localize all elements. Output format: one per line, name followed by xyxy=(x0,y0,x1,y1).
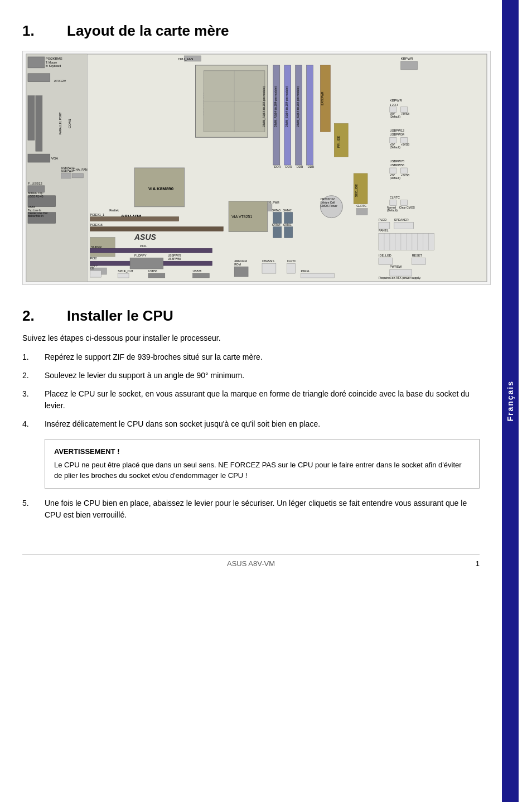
svg-text:Bottom:  Top:: Bottom: Top: xyxy=(28,192,43,195)
svg-text:PCIEX1_1: PCIEX1_1 xyxy=(90,213,104,216)
step2-number: 2. xyxy=(22,370,45,381)
step3-number: 3. xyxy=(22,388,45,412)
svg-rect-152 xyxy=(301,273,335,278)
svg-rect-156 xyxy=(118,273,129,278)
step4-text: Insérez délicatement le CPU dans son soc… xyxy=(45,418,480,430)
section2-title: Installer le CPU xyxy=(67,307,173,325)
svg-rect-120 xyxy=(379,223,390,229)
step-1: 1. Repérez le support ZIF de 939-broches… xyxy=(22,351,480,363)
svg-text:ASUS: ASUS xyxy=(134,233,156,241)
svg-rect-158 xyxy=(130,258,163,269)
svg-rect-160 xyxy=(90,270,101,277)
svg-rect-146 xyxy=(287,263,296,273)
svg-text:ROM: ROM xyxy=(234,263,241,266)
svg-text:SATA3: SATA3 xyxy=(272,209,280,212)
svg-text:PANEL: PANEL xyxy=(379,229,389,232)
svg-text:Realtek: Realtek xyxy=(109,209,119,212)
svg-rect-95 xyxy=(401,107,408,113)
step-5: 5. Une fois le CPU bien en place, abaiss… xyxy=(22,497,480,521)
svg-text:1  2      2  3: 1 2 2 3 xyxy=(390,104,398,107)
svg-text:COM1: COM1 xyxy=(68,118,71,128)
svg-rect-78 xyxy=(284,212,293,224)
svg-rect-122 xyxy=(394,223,414,229)
svg-text:USBPW56: USBPW56 xyxy=(390,163,404,167)
svg-text:SATA2: SATA2 xyxy=(283,209,292,212)
section2-header: 2. Installer le CPU xyxy=(22,307,480,325)
svg-text:USB4: USB4 xyxy=(28,206,35,209)
steps-list: 1. Repérez le support ZIF de 939-broches… xyxy=(22,351,480,430)
svg-rect-47 xyxy=(307,65,313,165)
svg-rect-142 xyxy=(234,267,248,277)
svg-rect-32 xyxy=(401,61,418,70)
svg-rect-76 xyxy=(273,212,282,224)
svg-text:B: Keyboard: B: Keyboard xyxy=(46,65,61,67)
svg-rect-80 xyxy=(273,226,282,238)
svg-text:FLOPPY: FLOPPY xyxy=(134,254,147,257)
svg-rect-9 xyxy=(28,96,35,141)
side-tab: Français xyxy=(502,0,519,802)
section1-number: 1. xyxy=(22,22,45,40)
step1-text: Repérez le support ZIF de 939-broches si… xyxy=(45,351,480,363)
svg-text:CLRTC: CLRTC xyxy=(287,260,297,263)
svg-text:CD: CD xyxy=(90,267,94,270)
svg-text:SPDIF_OUT: SPDIF_OUT xyxy=(118,270,133,273)
svg-rect-137 xyxy=(412,258,426,264)
svg-text:CLRTC: CLRTC xyxy=(356,204,366,207)
svg-text:USB3   RJ-45: USB3 RJ-45 xyxy=(28,195,43,198)
motherboard-diagram: PS/2KBMS T: Mouse B: Keyboard ATX12V COM… xyxy=(22,51,491,285)
svg-rect-101 xyxy=(390,137,396,143)
svg-text:VIA K8M890: VIA K8M890 xyxy=(148,186,174,191)
svg-text:DIMM_B2(64 bit,184-pin module): DIMM_B2(64 bit,184-pin module) xyxy=(297,86,299,128)
svg-text:4Mb Flash: 4Mb Flash xyxy=(234,260,247,263)
step-2: 2. Soulevez le levier du support à un an… xyxy=(22,370,480,381)
svg-rect-109 xyxy=(401,168,408,173)
svg-rect-28 xyxy=(61,173,71,178)
sidebar-label: Français xyxy=(506,380,515,422)
step3-text: Placez le CPU sur le socket, en vous ass… xyxy=(45,388,480,412)
svg-rect-115 xyxy=(401,200,408,206)
svg-text:SATA1: SATA1 xyxy=(283,224,292,226)
svg-rect-150 xyxy=(193,273,210,278)
svg-text:(Default): (Default) xyxy=(387,209,398,212)
step1-number: 1. xyxy=(22,351,45,363)
svg-rect-12 xyxy=(28,154,50,162)
svg-text:USBPW56: USBPW56 xyxy=(168,258,181,260)
step-3: 3. Placez le CPU sur le socket, en vous … xyxy=(22,388,480,412)
svg-text:PCI2: PCI2 xyxy=(90,257,96,260)
svg-text:PLED: PLED xyxy=(379,218,386,221)
svg-text:KBPWR: KBPWR xyxy=(401,57,414,60)
svg-text:PS/2KBMS: PS/2KBMS xyxy=(46,57,62,60)
svg-text:IDE_LED: IDE_LED xyxy=(379,254,391,257)
svg-text:PWRSW: PWRSW xyxy=(390,265,402,268)
svg-rect-72 xyxy=(90,248,212,253)
steps-list-2: 5. Une fois le CPU bien en place, abaiss… xyxy=(22,497,480,521)
svg-text:RESET: RESET xyxy=(412,254,423,257)
svg-text:Requires an ATX power supply.: Requires an ATX power supply. xyxy=(379,276,421,279)
step-4: 4. Insérez délicatement le CPU dans son … xyxy=(22,418,480,430)
step4-number: 4. xyxy=(22,418,45,430)
section1-title: Layout de la carte mère xyxy=(67,22,229,40)
svg-text:CHASSIS: CHASSIS xyxy=(262,260,274,263)
svg-text:(Default): (Default) xyxy=(390,177,400,180)
svg-rect-7 xyxy=(28,74,50,82)
svg-text:CPU_FAN: CPU_FAN xyxy=(178,57,194,61)
footer-page: 1 xyxy=(476,559,480,568)
svg-rect-25 xyxy=(72,173,84,178)
svg-rect-94 xyxy=(390,107,396,113)
svg-text:SB_PWR: SB_PWR xyxy=(268,201,279,204)
svg-text:F_USB12: F_USB12 xyxy=(28,182,43,185)
svg-text:USB78: USB78 xyxy=(193,270,202,273)
svg-text:VIA VT8251: VIA VT8251 xyxy=(231,215,252,219)
svg-rect-139 xyxy=(390,269,412,276)
svg-text:USBPW34: USBPW34 xyxy=(61,170,75,172)
svg-text:CMOS Power: CMOS Power xyxy=(320,205,337,207)
warning-box: AVERTISSEMENT ! Le CPU ne peut être plac… xyxy=(45,439,480,489)
svg-text:SATA4: SATA4 xyxy=(272,224,280,226)
svg-rect-2 xyxy=(28,57,45,68)
footer-model: ASUS A8V-VM xyxy=(227,559,275,568)
svg-text:DDR: DDR xyxy=(274,165,281,168)
svg-text:DDR: DDR xyxy=(308,165,315,168)
svg-text:(Default): (Default) xyxy=(390,146,400,149)
svg-rect-66 xyxy=(90,217,178,221)
warning-title: AVERTISSEMENT ! xyxy=(54,446,470,457)
